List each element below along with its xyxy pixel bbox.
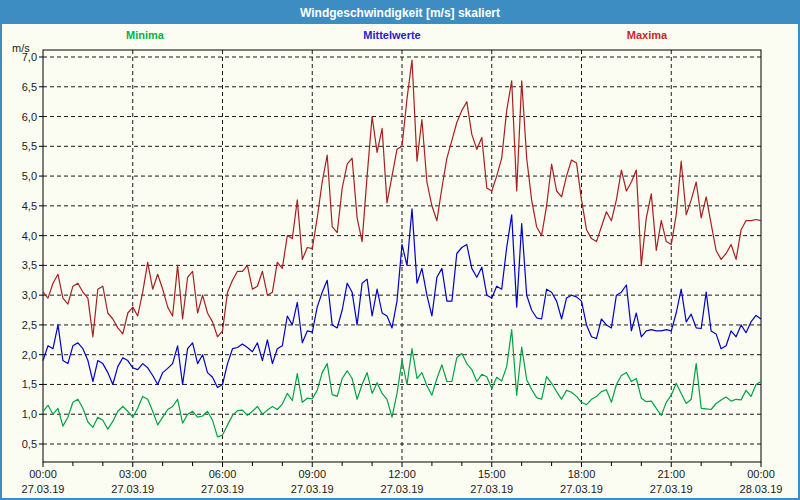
x-tick-date-label: 27.03.19	[470, 483, 513, 495]
x-tick-time-label: 00:00	[29, 468, 57, 480]
chart-plot: 7,06,56,05,55,04,54,03,53,02,52,01,51,00…	[2, 2, 800, 500]
y-tick-label: 4,5	[22, 200, 37, 212]
x-tick-time-label: 09:00	[298, 468, 326, 480]
x-tick-date-label: 27.03.19	[22, 483, 65, 495]
x-tick-time-label: 00:00	[747, 468, 775, 480]
y-tick-label: 6,0	[22, 111, 37, 123]
x-tick-time-label: 15:00	[478, 468, 506, 480]
y-tick-label: 6,5	[22, 81, 37, 93]
y-tick-label: 3,5	[22, 259, 37, 271]
x-tick-date-label: 27.03.19	[381, 483, 424, 495]
x-tick-date-label: 28.03.19	[740, 483, 783, 495]
y-tick-label: 0,5	[22, 438, 37, 450]
y-tick-label: 2,0	[22, 349, 37, 361]
x-tick-date-label: 27.03.19	[201, 483, 244, 495]
x-tick-date-label: 27.03.19	[111, 483, 154, 495]
y-tick-label: 2,5	[22, 319, 37, 331]
x-tick-time-label: 12:00	[388, 468, 416, 480]
chart-window: Windgeschwindigkeit [m/s] skaliert m/s M…	[0, 0, 800, 500]
y-tick-label: 5,0	[22, 170, 37, 182]
x-tick-time-label: 06:00	[209, 468, 237, 480]
x-tick-date-label: 27.03.19	[291, 483, 334, 495]
y-tick-label: 7,0	[22, 51, 37, 63]
y-tick-label: 3,0	[22, 289, 37, 301]
y-tick-label: 1,5	[22, 378, 37, 390]
y-tick-label: 1,0	[22, 408, 37, 420]
x-tick-time-label: 03:00	[119, 468, 147, 480]
x-tick-time-label: 21:00	[657, 468, 685, 480]
y-tick-label: 5,5	[22, 140, 37, 152]
x-tick-date-label: 27.03.19	[650, 483, 693, 495]
y-tick-label: 4,0	[22, 230, 37, 242]
x-tick-time-label: 18:00	[568, 468, 596, 480]
x-tick-date-label: 27.03.19	[560, 483, 603, 495]
